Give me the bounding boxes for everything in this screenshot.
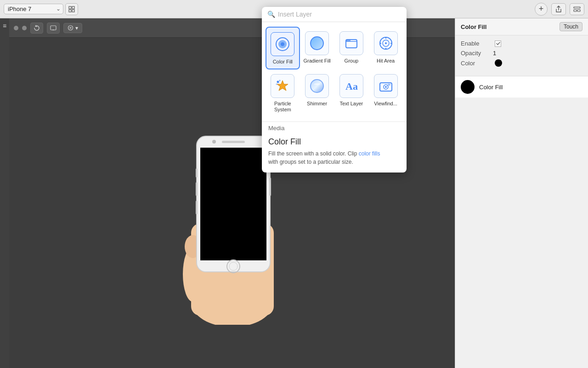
svg-point-9	[70, 27, 71, 29]
layer-grid: Color Fill Gradient Fill	[262, 22, 407, 121]
screen-view-button[interactable]	[47, 23, 60, 34]
device-select-wrapper[interactable]: iPhone 7	[4, 4, 63, 14]
svg-rect-21	[196, 182, 198, 196]
search-icon: 🔍	[267, 11, 275, 18]
media-section: Media	[262, 121, 407, 133]
svg-point-17	[212, 140, 216, 144]
view-mode-button[interactable]	[65, 3, 78, 15]
toolbar-dot-1	[14, 26, 18, 30]
hit-area-icon-box	[374, 31, 398, 55]
device-select[interactable]: iPhone 7	[4, 4, 63, 14]
layout-button[interactable]	[570, 3, 584, 15]
shimmer-label: Shimmer	[307, 101, 327, 107]
enable-checkbox[interactable]	[495, 40, 501, 47]
group-label: Group	[345, 58, 359, 64]
particle-system-label: Particle System	[268, 101, 297, 113]
layer-item-particle-system[interactable]: Particle System	[266, 69, 300, 116]
layer-color-circle	[461, 80, 475, 94]
refresh-button[interactable]	[30, 23, 43, 34]
shimmer-icon-box	[305, 74, 329, 98]
gradient-fill-icon-box	[305, 31, 329, 55]
layer-item-viewfinder[interactable]: Viewfind...	[368, 69, 403, 116]
svg-rect-7	[51, 26, 56, 30]
svg-point-45	[385, 86, 387, 88]
svg-rect-29	[346, 40, 351, 41]
svg-point-39	[279, 80, 281, 81]
description-title: Color Fill	[268, 137, 400, 147]
color-fill-description: Color Fill Fill the screen with a solid …	[262, 133, 407, 172]
toolbar-dot-2	[22, 26, 27, 30]
svg-rect-22	[196, 201, 198, 214]
insert-search-input[interactable]	[278, 11, 401, 18]
gradient-fill-label: Gradient Fill	[303, 58, 330, 64]
add-button[interactable]: +	[535, 3, 548, 16]
right-panel-properties: Enable Opacity 1 Color	[455, 35, 588, 74]
svg-point-38	[277, 81, 279, 83]
layer-list-item[interactable]: Color Fill	[455, 76, 588, 98]
insert-search-bar: 🔍	[262, 7, 407, 22]
svg-point-32	[385, 42, 387, 44]
opacity-property: Opacity 1	[461, 50, 582, 57]
svg-rect-15	[200, 148, 266, 260]
right-panel-title: Color Fill	[461, 23, 486, 30]
layer-item-text-layer[interactable]: Aa Text Layer	[334, 69, 369, 116]
right-panel: Color Fill Touch Enable Opacity 1 Color …	[455, 18, 588, 368]
layer-item-shimmer[interactable]: Shimmer	[300, 69, 334, 116]
viewfinder-icon-box	[374, 74, 398, 98]
device-selector: iPhone 7	[4, 3, 78, 15]
right-panel-header: Color Fill Touch	[455, 18, 588, 35]
layer-item-gradient-fill[interactable]: Gradient Fill	[300, 27, 334, 69]
left-panel: ≡	[0, 18, 9, 368]
opacity-label: Opacity	[461, 50, 493, 57]
settings-button[interactable]: ▾	[63, 23, 82, 33]
enable-property: Enable	[461, 40, 582, 47]
svg-rect-6	[577, 10, 580, 12]
svg-point-41	[311, 80, 323, 92]
svg-rect-4	[574, 7, 580, 8]
color-fill-icon-box	[271, 32, 294, 56]
hit-area-label: Hit Area	[377, 58, 395, 64]
color-label: Color	[461, 60, 493, 67]
media-section-label: Media	[268, 125, 284, 132]
viewfinder-label: Viewfind...	[374, 101, 397, 107]
svg-rect-2	[69, 10, 71, 12]
svg-rect-1	[72, 6, 74, 9]
color-fills-link[interactable]: color fills	[359, 150, 380, 157]
svg-rect-20	[196, 168, 198, 178]
svg-point-40	[276, 84, 277, 85]
group-icon-box	[339, 31, 363, 55]
particle-system-icon-box	[271, 74, 294, 98]
svg-rect-3	[72, 10, 74, 12]
hamburger-icon[interactable]: ≡	[3, 22, 6, 29]
svg-rect-23	[269, 178, 271, 196]
insert-layer-popup: 🔍 Color Fill	[262, 7, 407, 172]
description-body: Fill the screen with a solid color. Clip…	[268, 150, 400, 166]
svg-rect-5	[574, 10, 577, 12]
svg-rect-46	[388, 84, 390, 86]
text-layer-label: Text Layer	[340, 101, 363, 107]
text-layer-icon-box: Aa	[339, 74, 363, 98]
svg-point-27	[311, 37, 323, 50]
svg-rect-0	[69, 6, 71, 9]
enable-label: Enable	[461, 40, 493, 47]
color-fill-label: Color Fill	[273, 59, 293, 65]
svg-point-26	[281, 42, 284, 46]
color-property: Color	[461, 59, 582, 67]
layer-item-group[interactable]: Group	[334, 27, 369, 69]
layer-item-label: Color Fill	[479, 84, 503, 91]
layer-item-color-fill[interactable]: Color Fill	[266, 27, 300, 69]
color-swatch[interactable]	[495, 59, 502, 67]
layer-item-hit-area[interactable]: Hit Area	[368, 27, 403, 69]
svg-text:Aa: Aa	[345, 80, 358, 92]
svg-rect-16	[222, 141, 245, 143]
share-button[interactable]	[551, 3, 566, 15]
touch-button[interactable]: Touch	[560, 22, 582, 31]
opacity-value: 1	[493, 50, 496, 57]
